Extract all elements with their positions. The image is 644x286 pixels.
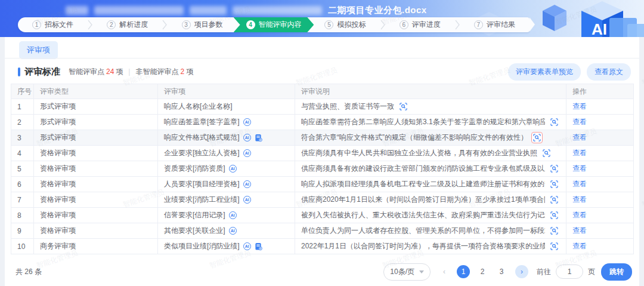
step-5-mock-bidding[interactable]: 5 模拟投标 [310,17,380,32]
view-link[interactable]: 查看 [572,118,587,126]
cell-type: 资格评审项 [34,192,158,208]
next-page-button[interactable]: › [515,265,528,278]
review-table: 序号 评审类型 评审项 评审说明 操作 1 形式评审项 响应人名称[企业名称] … [11,84,634,254]
cell-type: 资格评审项 [34,208,158,223]
locate-in-document-icon[interactable] [549,210,560,221]
section-header: 评审标准 智能评审点 24 项 | 非智能评审点 2 项 评审要素表单预览 查看… [18,63,631,80]
cell-no: 5 [11,161,34,177]
cell-item: 信誉要求[信用记录]AI [158,208,295,223]
locate-in-document-icon[interactable] [549,179,560,190]
view-link[interactable]: 查看 [572,242,587,250]
view-link[interactable]: 查看 [572,149,587,157]
content-card: 评审项 评审标准 智能评审点 24 项 | 非智能评审点 2 项 评审要素表单预… [5,37,639,286]
non-smart-points-label: 非智能评审点 [135,67,178,77]
table-row[interactable]: 10 商务评审项 类似项目业绩[消防业绩]AI 2022年1月1日（以合同签订时… [11,239,634,254]
view-original-button[interactable]: 查看原文 [587,63,631,81]
locate-in-document-icon[interactable] [541,147,552,159]
step-number: 4 [246,20,255,29]
page-button-1[interactable]: 1 [457,265,470,278]
cell-type: 形式评审项 [34,115,158,130]
cell-no: 3 [11,130,34,146]
cell-action: 查看 [566,192,634,208]
table-row[interactable]: 8 资格评审项 信誉要求[信用记录]AI 被列入失信被执行人、重大税收违法失信主… [11,208,634,223]
desc-text: 供应商须具有中华人民共和国独立企业法人资格，具有有效的企业营业执照 [301,148,537,158]
cell-item: 类似项目业绩[消防业绩]AI [158,239,295,254]
cell-item: 响应函签盖章[签字盖章]AI [158,115,295,130]
document-title: 二期项目专业分包.docx [328,5,427,16]
desc-text: 响应人拟派项目经理须具备机电工程专业二级及以上建造师注册证书和有效的安全生产考核… [301,179,545,189]
table-row[interactable]: 7 资格评审项 业绩要求[消防工程业绩]AI 供应商2020年1月1日以来（时间… [11,192,634,208]
table-row[interactable]: 4 资格评审项 企业要求[独立法人资格]AI 供应商须具有中华人民共和国独立企业… [11,146,634,161]
cell-action: 查看 [566,223,634,239]
table-row[interactable]: 6 资格评审项 人员要求[项目经理资格]AI 响应人拟派项目经理须具备机电工程专… [11,177,634,192]
step-3-project-params[interactable]: 3 项目参数 [167,17,237,32]
cell-action: 查看 [566,161,634,177]
page-size-select[interactable]: 10条/页 [383,263,431,281]
cell-no: 8 [11,208,34,223]
tab-review-items[interactable]: 评审项 [19,41,58,59]
review-form-preview-button[interactable]: 评审要素表单预览 [508,63,581,81]
table-row[interactable]: 5 资格评审项 资质要求[消防资质]AI 供应商须具备有效的建设行政主管部门颁发… [11,161,634,177]
cell-desc: 响应函签章需符合第二章响应人须知第3.1条关于签字盖章的规定和第六章响应文件格式… [295,115,566,130]
step-label: 评审进度 [412,20,441,30]
item-text: 响应函签盖章[签字盖章] [164,117,240,127]
locate-in-document-icon[interactable] [398,101,409,112]
cell-item: 其他要求[关联企业]AI [158,223,295,239]
view-link[interactable]: 查看 [572,226,587,235]
locate-in-document-icon[interactable] [549,225,560,236]
cell-no: 10 [11,239,34,254]
ai-review-icon: AI [243,149,251,157]
chevron-right-icon [162,20,167,30]
locate-in-document-icon[interactable] [549,116,560,128]
view-link[interactable]: 查看 [572,195,587,204]
desc-text: 被列入失信被执行人、重大税收违法失信主体、政府采购严重违法失信行为记录名单的单位… [301,210,545,220]
col-actions: 操作 [566,84,634,99]
jump-button[interactable]: 跳转 [601,263,632,281]
cell-item: 响应人名称[企业名称] [158,99,295,115]
locate-in-document-icon[interactable] [549,163,560,174]
table-row[interactable]: 1 形式评审项 响应人名称[企业名称] 与营业执照、资质证书等一致 查看 [11,99,634,115]
step-6-review-progress[interactable]: 6 评审进度 [385,17,455,32]
cell-type: 形式评审项 [34,130,158,146]
step-label: 招标文件 [45,20,73,30]
step-label: 解析进度 [119,20,148,30]
cell-type: 资格评审项 [34,223,158,239]
view-link[interactable]: 查看 [572,180,587,188]
table-header-row: 序号 评审类型 评审项 评审说明 操作 [11,84,634,99]
view-link[interactable]: 查看 [572,164,587,173]
ai-review-icon: AI [229,227,237,235]
cell-desc: 符合第六章“响应文件格式”的规定（细微偏差不影响响应文件的有效性） [295,130,566,146]
ai-review-icon: AI [229,165,237,173]
ai-review-icon: AI [243,242,251,250]
view-link[interactable]: 查看 [572,102,587,110]
redacted-text-block [233,6,322,15]
view-link[interactable]: 查看 [572,133,587,142]
locate-in-document-icon[interactable] [549,241,560,252]
step-1-bid-documents[interactable]: 1 招标文件 [18,17,88,32]
step-7-review-result[interactable]: 7 评审结果 [460,17,530,32]
prev-page-button[interactable]: ‹ [438,265,451,278]
view-link[interactable]: 查看 [572,211,587,219]
page-button-3[interactable]: 3 [495,265,508,278]
table-row[interactable]: 9 资格评审项 其他要求[关联企业]AI 单位负责人为同一人或者存在控股、管理关… [11,223,634,239]
non-smart-points-unit: 项 [186,67,193,77]
cell-desc: 供应商须具备有效的建设行政主管部门颁发的消防设施工程专业承包贰级及以上资质及以上… [295,161,566,177]
chevron-right-icon [88,20,92,30]
step-2-parse-progress[interactable]: 2 解析进度 [92,17,162,32]
page-button-2[interactable]: 2 [476,265,489,278]
cell-item: 企业要求[独立法人资格]AI [158,146,295,161]
step-4-smart-review-content[interactable]: 4 智能评审内容 [234,17,314,32]
step-label: 智能评审内容 [259,20,302,30]
page-size-value: 10条/页 [390,267,414,277]
table-row[interactable]: 2 形式评审项 响应函签盖章[签字盖章]AI 响应函签章需符合第二章响应人须知第… [11,115,634,130]
col-serial-number: 序号 [11,84,34,99]
svg-text:AI: AI [592,20,607,37]
step-label: 评审结果 [487,20,515,30]
locate-in-document-icon-highlighted[interactable] [531,132,543,143]
goto-page-input[interactable] [556,265,583,279]
table-row-highlighted[interactable]: 3 形式评审项 响应文件格式[格式规范]AI 符合第六章“响应文件格式”的规定（… [11,130,634,146]
divider [5,58,639,59]
locate-in-document-icon[interactable] [549,194,560,205]
item-text: 类似项目业绩[消防业绩] [164,241,240,251]
step-label: 项目参数 [194,20,223,30]
